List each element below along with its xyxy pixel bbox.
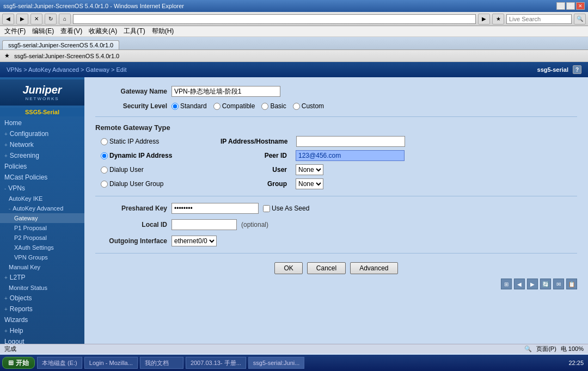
gateway-name-input[interactable] [171,86,280,97]
icon-btn-1[interactable]: ⊞ [501,279,512,289]
go-button[interactable]: ▶ [478,14,490,24]
radio-dialup-user[interactable]: Dialup User [101,166,220,174]
sidebar-item-vpns[interactable]: - VPNs [0,183,84,194]
radio-custom-input[interactable] [293,103,300,110]
sidebar-item-help[interactable]: + Help [0,325,84,336]
preshared-key-label: Preshared Key [95,205,171,212]
taskbar: ⊞ 开始 本地磁盘 (E:) Login - Mozilla... 我的文档 2… [0,355,588,371]
home-button[interactable]: ⌂ [59,14,71,24]
favorites-button[interactable]: ★ [492,14,504,24]
outgoing-interface-select[interactable]: ethernet0/0 [171,236,217,246]
taskbar-item-4[interactable]: ssg5-serial:Juni... [248,357,305,369]
help-button[interactable]: ? [573,65,581,74]
refresh-button[interactable]: ↻ [45,14,57,24]
sidebar-item-policies[interactable]: Policies [0,161,84,172]
radio-custom[interactable]: Custom [293,102,324,110]
sidebar-item-p2-proposal[interactable]: P2 Proposal [0,233,84,243]
address-bar[interactable]: http://192.168.1.1/nswebui.html [73,14,476,24]
sidebar-item-manual-key[interactable]: Manual Key [0,262,84,272]
sidebar-item-wizards[interactable]: Wizards [0,314,84,325]
radio-basic[interactable]: Basic [261,102,286,110]
sidebar-item-monitor[interactable]: Monitor Status [0,283,84,293]
group-select[interactable]: None [296,178,323,189]
radio-dynamic-input[interactable] [101,152,108,159]
favorites-menu[interactable]: 收藏夹(A) [89,27,117,36]
taskbar-item-label-0: 本地磁盘 (E:) [42,359,77,367]
radio-dialup-group-input[interactable] [101,181,108,188]
user-select[interactable]: None [296,164,323,175]
forward-button[interactable]: ▶ [16,14,28,24]
local-id-input[interactable] [171,219,237,230]
radio-static-ip[interactable]: Static IP Address [101,138,220,145]
ip-hostname-input[interactable] [296,136,405,147]
radio-standard[interactable]: Standard [171,102,207,110]
radio-static-input[interactable] [101,138,108,145]
advanced-button[interactable]: Advanced [350,262,397,274]
peer-id-input[interactable] [296,150,405,161]
sidebar-item-objects[interactable]: + Objects [0,293,84,304]
sidebar-item-mcast[interactable]: MCast Policies [0,172,84,183]
edit-menu[interactable]: 编辑(E) [32,27,54,36]
preshared-key-input[interactable] [171,203,259,214]
sidebar-item-autokey-advanced[interactable]: - AutoKey Advanced [0,203,84,213]
view-menu[interactable]: 查看(V) [60,27,82,36]
taskbar-item-3[interactable]: 2007.03.13- 手册... [186,357,246,369]
sidebar-item-screening[interactable]: + Screening [0,150,84,161]
sidebar-label-p2: P2 Proposal [14,234,47,241]
close-button[interactable]: ✕ [576,2,585,10]
icon-btn-6[interactable]: 📋 [566,279,577,289]
taskbar-item-1[interactable]: Login - Mozilla... [84,357,138,369]
radio-compatible[interactable]: Compatible [213,102,255,110]
sidebar-label-autokey-advanced: AutoKey Advanced [13,205,63,212]
taskbar-item-0[interactable]: 本地磁盘 (E:) [37,357,82,369]
ok-button[interactable]: OK [274,262,302,274]
sidebar-item-p1-proposal[interactable]: P1 Proposal [0,223,84,233]
search-button[interactable]: 🔍 [574,14,586,24]
back-button[interactable]: ◀ [2,14,14,24]
stop-button[interactable]: ✕ [30,14,42,24]
tools-menu[interactable]: 工具(T) [124,27,145,36]
radio-dialup-user-input[interactable] [101,166,108,174]
radio-compatible-input[interactable] [213,103,220,110]
radio-dialup-group[interactable]: Dialup User Group [101,180,220,188]
sidebar-item-vpn-groups[interactable]: VPN Groups [0,252,84,262]
sidebar-item-gateway[interactable]: Gateway [0,213,84,223]
use-as-seed-checkbox[interactable] [263,205,270,212]
sidebar-label-vpngroups: VPN Groups [14,254,48,261]
sidebar-item-network[interactable]: + Network [0,139,84,150]
gateway-name-row: Gateway Name [95,86,577,97]
help-menu[interactable]: 帮助(H) [152,27,174,36]
icon-btn-3[interactable]: ▶ [527,279,538,289]
sidebar-item-xauth[interactable]: XAuth Settings [0,243,84,252]
device-name: ssg5-serial [537,66,568,73]
fav-item[interactable]: ssg5-serial:Juniper-ScreenOS 5.4.0r1.0 [14,53,119,59]
search-box[interactable] [506,14,572,24]
radio-standard-label: Standard [180,102,207,110]
ip-hostname-label: IP Address/Hostname [220,138,292,145]
radio-dynamic-ip[interactable]: Dynamic IP Address [101,152,220,159]
sidebar-item-l2tp[interactable]: + L2TP [0,272,84,283]
radio-standard-input[interactable] [171,103,179,110]
icon-btn-5[interactable]: ✉ [553,279,564,289]
sidebar-item-logout[interactable]: Logout [0,336,84,344]
file-menu[interactable]: 文件(F) [4,27,26,36]
minimize-button[interactable]: _ [556,2,565,10]
window-controls: _ □ ✕ [556,2,585,10]
expand-icon: + [4,153,8,159]
browser-tab[interactable]: ssg5-serial:Juniper-ScreenOS 5.4.0r1.0 [2,40,119,50]
taskbar-item-2[interactable]: 我的文档 [140,357,183,369]
sidebar-item-reports[interactable]: + Reports [0,304,84,314]
radio-basic-input[interactable] [261,103,268,110]
icon-btn-2[interactable]: ◀ [514,279,525,289]
sidebar-item-autokey-ike[interactable]: AutoKey IKE [0,194,84,203]
cancel-button[interactable]: Cancel [307,262,346,274]
use-as-seed-label[interactable]: Use As Seed [263,205,309,212]
sidebar-label-objects: Objects [10,294,32,302]
radio-dialup-label: Dialup User [109,166,144,174]
maximize-button[interactable]: □ [566,2,575,10]
icon-btn-4[interactable]: 🔄 [540,279,551,289]
sidebar-item-home[interactable]: Home [0,118,84,128]
start-button[interactable]: ⊞ 开始 [2,357,35,369]
sidebar-label-autokey-ike: AutoKey IKE [9,195,42,202]
sidebar-item-configuration[interactable]: + Configuration [0,128,84,139]
